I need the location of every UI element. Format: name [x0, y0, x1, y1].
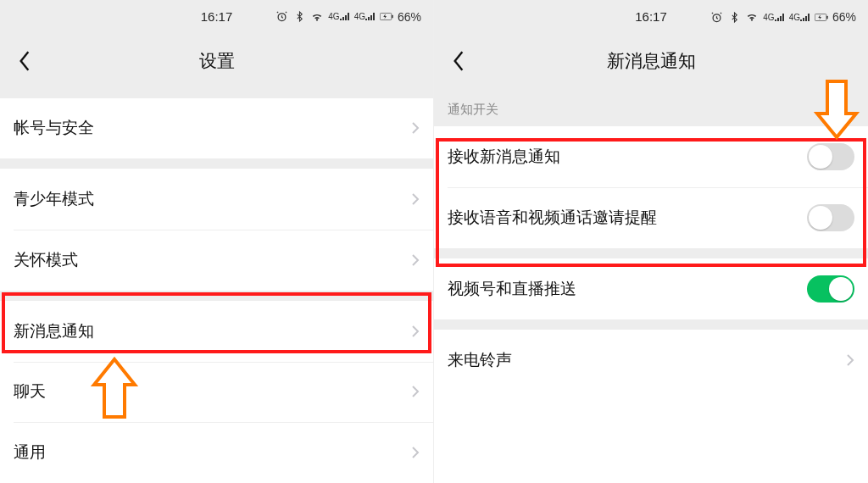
status-right: 4G 4G 66%: [217, 10, 422, 24]
row-label: 青少年模式: [14, 188, 94, 210]
chevron-right-icon: [411, 446, 420, 459]
toggle-receive-voice-video[interactable]: [807, 204, 854, 231]
row-label: 视频号和直播推送: [448, 278, 576, 300]
section-gap: [0, 291, 433, 301]
bluetooth-icon: [727, 10, 741, 24]
row-new-msg-notify[interactable]: 新消息通知: [0, 301, 433, 362]
row-label: 帐号与安全: [14, 117, 94, 139]
battery-icon: [380, 10, 393, 24]
row-receive-voice-video[interactable]: 接收语音和视频通话邀请提醒: [434, 187, 868, 248]
back-button[interactable]: [444, 47, 473, 75]
row-label: 新消息通知: [14, 320, 94, 342]
battery-icon: [815, 10, 828, 24]
nav-header: 新消息通知: [434, 34, 868, 88]
back-button[interactable]: [10, 47, 39, 75]
chevron-right-icon: [411, 325, 420, 338]
row-account-security[interactable]: 帐号与安全: [0, 98, 433, 159]
row-youth-mode[interactable]: 青少年模式: [0, 169, 433, 230]
row-chat[interactable]: 聊天: [0, 362, 433, 423]
row-receive-new-msg[interactable]: 接收新消息通知: [434, 126, 868, 187]
svg-rect-2: [392, 15, 393, 19]
chevron-left-icon: [18, 50, 31, 72]
signal-4g-1: 4G: [763, 13, 784, 22]
row-channels-live-push[interactable]: 视频号和直播推送: [434, 258, 868, 319]
battery-percent: 66%: [832, 10, 856, 24]
toggle-channels-live-push[interactable]: [807, 275, 854, 303]
signal-4g-2: 4G: [354, 12, 376, 21]
chevron-left-icon: [452, 50, 465, 72]
bluetooth-icon: [292, 10, 306, 24]
status-bar: 16:17 4G 4G 66%: [0, 0, 433, 34]
svg-rect-5: [826, 15, 828, 19]
row-label: 聊天: [14, 380, 46, 402]
section-header: 通知开关: [434, 88, 868, 126]
settings-pane: 16:17 4G 4G 66% 设置 帐号与安全 青少年: [0, 0, 434, 483]
toggle-receive-new-msg[interactable]: [807, 143, 854, 170]
row-care-mode[interactable]: 关怀模式: [0, 230, 433, 291]
row-label: 接收语音和视频通话邀请提醒: [448, 207, 657, 229]
chevron-right-icon: [411, 192, 420, 206]
row-label: 来电铃声: [448, 349, 512, 371]
row-ringtone[interactable]: 来电铃声: [434, 330, 868, 391]
signal-4g-1: 4G: [328, 12, 349, 21]
section-gap: [0, 88, 433, 98]
page-title: 设置: [0, 49, 433, 73]
row-label: 关怀模式: [14, 249, 78, 271]
wifi-icon: [745, 10, 759, 24]
section-gap: [434, 248, 868, 258]
signal-4g-2: 4G: [789, 13, 810, 22]
chevron-right-icon: [411, 121, 420, 135]
alarm-icon: [709, 10, 723, 24]
chevron-right-icon: [411, 253, 420, 267]
status-bar: 16:17 4G 4G 66%: [434, 0, 868, 34]
wifi-icon: [310, 10, 324, 24]
section-gap: [434, 319, 868, 330]
new-msg-notify-pane: 16:17 4G 4G 66% 新消息通知 通知开关 接收新消息通知: [434, 0, 868, 483]
row-label: 通用: [14, 441, 46, 464]
battery-percent: 66%: [398, 10, 421, 24]
chevron-right-icon: [411, 385, 420, 398]
row-label: 接收新消息通知: [448, 146, 560, 168]
page-title: 新消息通知: [434, 49, 868, 73]
nav-header: 设置: [0, 34, 433, 88]
alarm-icon: [275, 10, 288, 24]
status-right: 4G 4G 66%: [651, 10, 856, 24]
row-general[interactable]: 通用: [0, 422, 433, 483]
chevron-right-icon: [846, 353, 854, 367]
section-gap: [0, 158, 433, 169]
